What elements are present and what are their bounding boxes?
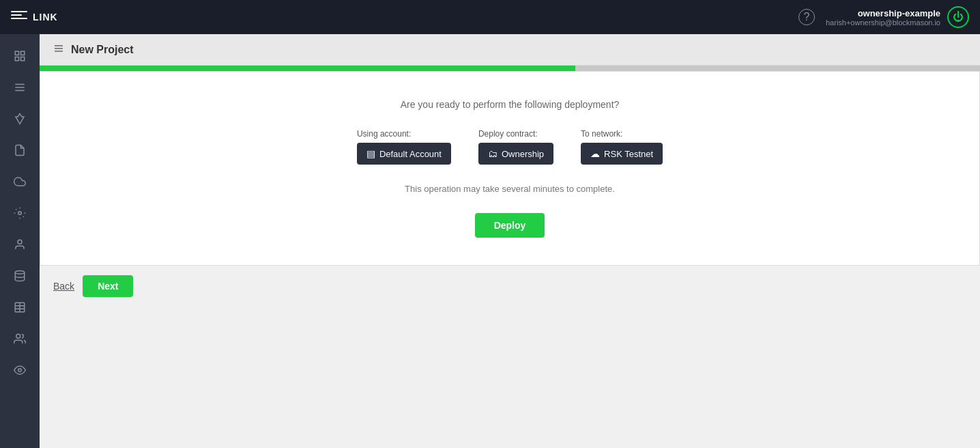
sidebar-item-deploy[interactable] — [0, 104, 40, 134]
bottom-nav: Back Next — [40, 266, 980, 307]
contract-label: Deploy contract: — [478, 129, 538, 139]
deployment-card: Are you ready to perform the following d… — [40, 71, 980, 266]
app-name: LINK — [33, 12, 58, 23]
sidebar-item-storage[interactable] — [0, 261, 40, 291]
sidebar-item-watch[interactable] — [0, 355, 40, 385]
svg-line-10 — [16, 209, 16, 210]
username: ownership-example — [826, 8, 940, 18]
deployment-note: This operation may take several minutes … — [61, 184, 959, 194]
sidebar-item-docs[interactable] — [0, 135, 40, 165]
network-col: To network: ☁ RSK Testnet — [581, 129, 663, 165]
topbar-right: ? ownership-example harish+ownership@blo… — [798, 6, 969, 28]
network-badge: ☁ RSK Testnet — [581, 143, 663, 165]
deployment-info-row: Using account: ▤ Default Account Deploy … — [61, 129, 959, 165]
account-col: Using account: ▤ Default Account — [357, 129, 451, 165]
svg-point-15 — [15, 271, 25, 275]
svg-rect-3 — [21, 57, 25, 61]
logo-icon — [11, 11, 27, 23]
svg-rect-2 — [15, 57, 18, 61]
svg-point-7 — [18, 212, 22, 215]
topbar-brand: LINK — [11, 11, 58, 23]
next-button[interactable]: Next — [83, 275, 133, 297]
svg-point-20 — [16, 334, 20, 338]
sidebar-item-table[interactable] — [0, 292, 40, 322]
account-label: Using account: — [357, 129, 411, 139]
network-label: To network: — [581, 129, 622, 139]
sidebar-item-user[interactable] — [0, 229, 40, 260]
page-content: New Project Are you ready to perform the… — [40, 34, 980, 448]
sidebar — [0, 34, 40, 448]
progress-bar-fill — [40, 66, 575, 71]
account-badge: ▤ Default Account — [357, 143, 451, 165]
contract-icon: 🗂 — [488, 148, 498, 159]
svg-line-11 — [23, 216, 24, 217]
deploy-button[interactable]: Deploy — [475, 213, 545, 238]
svg-rect-1 — [21, 51, 25, 55]
page-header-icon — [53, 43, 64, 57]
contract-value: Ownership — [502, 149, 544, 159]
contract-badge: 🗂 Ownership — [478, 143, 553, 165]
network-value: RSK Testnet — [604, 149, 653, 159]
sidebar-item-cloud[interactable] — [0, 167, 40, 197]
deployment-question: Are you ready to perform the following d… — [61, 99, 959, 110]
sidebar-item-team[interactable] — [0, 324, 40, 354]
account-icon: ▤ — [366, 148, 375, 159]
contract-col: Deploy contract: 🗂 Ownership — [478, 129, 553, 165]
sidebar-nav — [0, 34, 40, 385]
svg-point-21 — [18, 369, 22, 372]
progress-bar — [40, 66, 980, 71]
back-button[interactable]: Back — [53, 281, 74, 292]
account-value: Default Account — [379, 149, 442, 159]
sidebar-item-home[interactable] — [0, 41, 40, 71]
sidebar-item-plugins[interactable] — [0, 198, 40, 228]
sidebar-item-list[interactable] — [0, 72, 40, 102]
svg-rect-0 — [15, 51, 18, 55]
help-button[interactable]: ? — [798, 9, 815, 25]
network-icon: ☁ — [590, 148, 600, 159]
svg-point-14 — [18, 240, 22, 244]
user-email: harish+ownership@blockmason.io — [826, 18, 940, 27]
user-info: ownership-example harish+ownership@block… — [826, 6, 969, 28]
page-header: New Project — [40, 34, 980, 66]
page-title: New Project — [71, 44, 134, 56]
power-button[interactable]: ⏻ — [947, 6, 969, 28]
topbar: LINK ? ownership-example harish+ownershi… — [0, 0, 980, 34]
